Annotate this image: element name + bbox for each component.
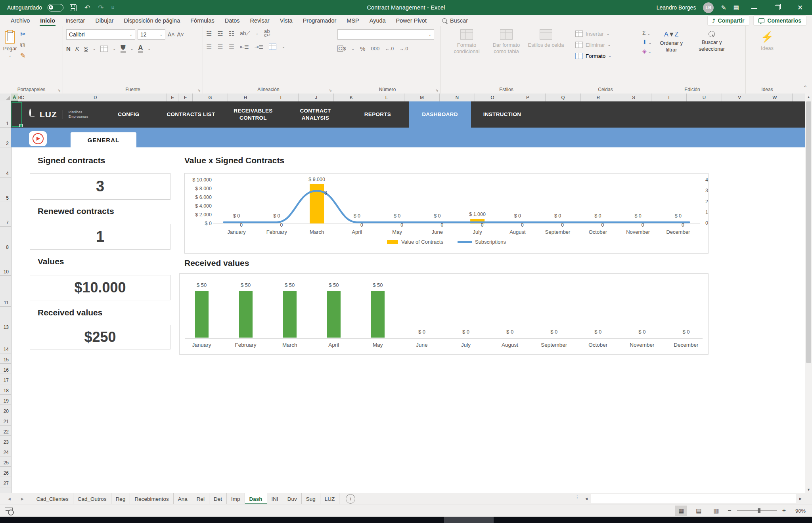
macro-record-icon[interactable] — [5, 508, 13, 514]
row-header-8[interactable]: 8 — [0, 227, 11, 251]
accounting-format-icon[interactable]: 🄲$ — [337, 46, 346, 52]
zoom-slider[interactable] — [737, 510, 777, 511]
underline-button[interactable]: S — [84, 45, 88, 52]
sort-filter-button[interactable]: A▼Z Ordenar y filtrar — [653, 29, 689, 85]
column-header-H[interactable]: H — [228, 94, 263, 101]
row-header-15[interactable]: 15 — [0, 353, 11, 364]
align-left-icon[interactable]: ☰ — [206, 43, 212, 51]
column-header-R[interactable]: R — [581, 94, 616, 101]
row-header-21[interactable]: 21 — [0, 415, 11, 426]
column-header-K[interactable]: K — [334, 94, 369, 101]
scroll-right-icon[interactable]: ► — [796, 494, 805, 503]
merge-center-icon[interactable] — [269, 44, 276, 50]
zoom-in-icon[interactable]: + — [782, 507, 786, 514]
sheet-tab-sug[interactable]: Sug — [302, 493, 320, 504]
align-middle-icon[interactable]: ☲ — [217, 30, 223, 37]
row-header-19[interactable]: 19 — [0, 395, 11, 405]
bold-button[interactable]: N — [66, 45, 71, 52]
column-header-G[interactable]: G — [193, 94, 228, 101]
nav-tab-config[interactable]: CONFIG — [98, 101, 160, 128]
sheet-tab-cad_clientes[interactable]: Cad_Clientes — [32, 493, 73, 504]
scroll-up-icon[interactable]: ▲ — [805, 94, 812, 100]
row-headers[interactable]: 1245781011131415161718192021222324252627 — [0, 101, 11, 493]
ink-pen-icon[interactable]: ✎ — [721, 4, 726, 11]
nav-tab-contracts-list[interactable]: CONTRACTS LIST — [160, 101, 222, 128]
column-header-Q[interactable]: Q — [546, 94, 581, 101]
sheet-tab-ini[interactable]: INI — [267, 493, 283, 504]
restore-button[interactable] — [769, 0, 785, 15]
align-bottom-icon[interactable]: ☷ — [229, 30, 234, 37]
column-header-V[interactable]: V — [722, 94, 757, 101]
percent-style-icon[interactable]: % — [360, 45, 365, 52]
fill-color-icon[interactable]: ⛊ — [121, 44, 126, 53]
borders-icon[interactable] — [100, 46, 108, 52]
column-header-J[interactable]: J — [299, 94, 334, 101]
format-painter-icon[interactable]: ✎ — [20, 52, 26, 59]
format-cells-button[interactable]: Formato⌄ — [575, 51, 636, 61]
number-dialog-launcher-icon[interactable]: ⇘ — [435, 88, 439, 92]
row-header-23[interactable]: 23 — [0, 436, 11, 446]
close-button[interactable]: ✕ — [792, 0, 808, 15]
align-right-icon[interactable]: ☰ — [229, 43, 234, 51]
sheet-tab-dash[interactable]: Dash — [245, 493, 267, 504]
chart-received-values[interactable]: $ 50January$ 50February$ 50March$ 50Apri… — [179, 273, 709, 355]
chart-value-signed-contracts[interactable]: $ 10.000$ 8.000$ 6.000$ 4.000$ 2.000$ 04… — [184, 173, 709, 254]
row-header-26[interactable]: 26 — [0, 467, 11, 477]
collapse-ribbon-icon[interactable]: ⌃ — [803, 85, 807, 90]
font-color-icon[interactable]: A — [138, 44, 143, 53]
row-header-1[interactable]: 1 — [0, 101, 11, 128]
italic-button[interactable]: K — [75, 45, 79, 52]
nav-tab-contract-analysis[interactable]: CONTRACT ANALYSIS — [284, 101, 347, 128]
ribbon-display-options-icon[interactable]: ▤ — [733, 4, 739, 11]
cell-styles-button[interactable]: Estilos de celda — [527, 29, 565, 85]
column-header-O[interactable]: O — [475, 94, 510, 101]
column-header-U[interactable]: U — [687, 94, 722, 101]
column-header-L[interactable]: L — [369, 94, 404, 101]
comma-style-icon[interactable]: 000 — [371, 46, 379, 52]
sheet-tab-reg[interactable]: Reg — [111, 493, 130, 504]
column-header-N[interactable]: N — [440, 94, 475, 101]
sheet-nav-left-icon[interactable]: ◄ — [7, 496, 11, 501]
delete-cells-button[interactable]: Eliminar⌄ — [575, 40, 636, 50]
clear-icon[interactable]: ◈ ⌄ — [642, 48, 651, 54]
row-header-5[interactable]: 5 — [0, 178, 11, 202]
column-header-F[interactable]: F — [178, 94, 193, 101]
cut-icon[interactable]: ✂ — [20, 31, 26, 38]
column-header-E[interactable]: E — [167, 94, 178, 101]
align-center-icon[interactable]: ☰ — [217, 43, 223, 51]
page-break-view-icon[interactable]: ▥ — [710, 506, 722, 516]
row-header-24[interactable]: 24 — [0, 446, 11, 456]
normal-view-icon[interactable]: ▦ — [675, 506, 687, 516]
row-header-11[interactable]: 11 — [0, 276, 11, 307]
vertical-scroll-thumb[interactable] — [806, 101, 811, 363]
copy-icon[interactable]: ⧉ — [20, 42, 26, 48]
menu-item-dibujar[interactable]: Dibujar — [90, 15, 119, 26]
number-format-select[interactable]: ⌄ — [337, 29, 434, 40]
sheet-tab-rel[interactable]: Rel — [192, 493, 209, 504]
column-header-P[interactable]: P — [510, 94, 546, 101]
new-sheet-button[interactable]: + — [346, 494, 355, 504]
scroll-left-icon[interactable]: ◄ — [582, 494, 591, 503]
row-header-25[interactable]: 25 — [0, 456, 11, 467]
align-top-icon[interactable]: ☱ — [206, 30, 212, 37]
column-header-D[interactable]: D — [24, 94, 167, 101]
nav-tab-receivables-control[interactable]: RECEIVABLES CONTROL — [222, 101, 284, 128]
font-size-select[interactable]: 12⌄ — [138, 29, 165, 40]
select-all-corner[interactable] — [0, 94, 11, 101]
row-header-27[interactable]: 27 — [0, 477, 11, 487]
sheet-nav-right-icon[interactable]: ► — [20, 496, 25, 501]
column-header-S[interactable]: S — [616, 94, 651, 101]
row-header-16[interactable]: 16 — [0, 364, 11, 374]
user-name[interactable]: Leandro Borges — [657, 4, 696, 11]
nav-tab-instruction[interactable]: INSTRUCTION — [471, 101, 533, 128]
increase-decimal-icon[interactable]: ←.0 — [385, 46, 394, 52]
avatar[interactable]: LB — [703, 2, 714, 13]
decrease-decimal-icon[interactable]: →.0 — [399, 46, 408, 52]
menu-item-msp[interactable]: MSP — [341, 15, 364, 26]
column-header-C[interactable]: C — [21, 94, 24, 101]
nav-tab-reports[interactable]: REPORTS — [347, 101, 409, 128]
minimize-button[interactable]: — — [746, 0, 762, 15]
sheet-tab-imp[interactable]: Imp — [227, 493, 245, 504]
scroll-down-icon[interactable]: ▼ — [805, 486, 812, 493]
column-header-B[interactable]: B — [18, 94, 21, 101]
